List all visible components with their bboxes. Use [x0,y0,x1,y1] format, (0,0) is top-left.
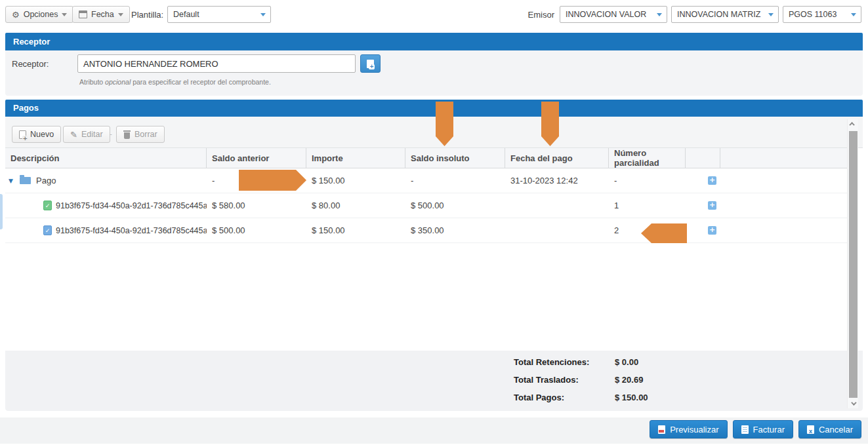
footer-buttons: Previsualizar Facturar Cancelar [650,420,861,438]
row-importe: $ 150.00 [306,225,405,235]
chevron-up-icon [849,122,854,127]
nuevo-label: Nuevo [30,130,54,139]
left-edge-strip [0,194,3,229]
add-detail-button[interactable]: + [708,176,716,185]
fecha-label: Fecha [91,10,114,19]
row-description: Pago [36,176,56,185]
total-traslados-value: $ 20.69 [615,375,643,385]
green-document-icon: ✓ [43,201,52,210]
column-header-importe[interactable]: Importe [306,148,405,168]
blue-document-icon: ✓ [43,225,52,235]
serie-value: PGOS 11063 [789,10,837,19]
fecha-button[interactable]: Fecha [72,6,130,23]
scrollbar-thumb[interactable] [849,131,858,398]
toolbar-separator: - [110,130,112,138]
column-header-fecha-del-pago[interactable]: Fecha del pago [505,148,609,168]
editar-button[interactable]: ✎ Editar [63,126,110,143]
table-row-documento-2[interactable]: ✓ 91b3f675-fd34-450a-92d1-736d785c445a $… [5,218,847,243]
chevron-down-icon [260,13,266,16]
receptor-input[interactable] [77,54,356,73]
total-pagos-row: Total Pagos: $ 150.00 [5,393,863,404]
pencil-icon: ✎ [70,130,77,139]
pagos-grid-toolbar: + Nuevo ✎ Editar - Borrar [5,117,863,148]
cancel-document-icon [807,425,814,434]
row-fecha-del-pago: 31-10-2023 12:42 [505,176,609,185]
column-header-saldo-anterior[interactable]: Saldo anterior [207,148,306,168]
total-traslados-row: Total Traslados: $ 20.69 [5,375,863,386]
total-retenciones-label: Total Retenciones: [514,357,589,367]
previsualizar-label: Previsualizar [670,425,718,435]
borrar-button[interactable]: Borrar [116,126,165,143]
chevron-down-icon [118,13,123,16]
facturar-button[interactable]: Facturar [733,420,793,438]
plantilla-label: Plantilla: [131,10,163,20]
folder-icon [20,177,31,184]
row-saldo-insoluto: $ 350.00 [405,225,505,235]
sucursal-value: INNOVACION MATRIZ [677,10,760,19]
emisor-select[interactable]: INNOVACION VALOR [560,6,667,23]
row-numero-parcialidad: 2 [609,225,686,235]
scroll-up-button[interactable] [848,119,858,128]
total-pagos-value: $ 150.00 [615,393,648,402]
total-traslados-label: Total Traslados: [514,375,579,385]
row-saldo-insoluto: $ 500.00 [405,201,505,210]
pagos-panel-title: Pagos [5,100,863,117]
emisor-value: INNOVACION VALOR [566,10,646,19]
vertical-scrollbar[interactable] [847,119,858,408]
add-detail-button[interactable]: + [708,226,716,235]
row-importe: $ 150.00 [306,176,405,185]
borrar-label: Borrar [134,130,157,139]
calendar-icon [79,10,87,18]
column-header-saldo-insoluto[interactable]: Saldo insoluto [405,148,505,168]
column-header-filler [720,148,847,168]
previsualizar-button[interactable]: Previsualizar [650,420,727,438]
row-description: 91b3f675-fd34-450a-92d1-736d785c445a [56,226,207,235]
sucursal-select[interactable]: INNOVACION MATRIZ [671,6,779,23]
gear-icon: ⚙ [12,10,20,20]
cancelar-button[interactable]: Cancelar [798,420,861,438]
total-retenciones-row: Total Retenciones: $ 0.00 [5,357,863,368]
trash-icon [123,130,131,139]
document-plus-icon: + [19,130,26,139]
opciones-label: Opciones [24,10,58,19]
row-saldo-anterior: $ 500.00 [207,225,306,235]
serie-select[interactable]: PGOS 11063 [783,6,861,23]
facturar-label: Facturar [753,425,785,435]
column-header-actions [686,148,720,168]
receptor-field-label: Receptor: [12,59,49,69]
receptor-hint: Atributo opcional para especificar el re… [79,78,271,86]
total-retenciones-value: $ 0.00 [615,357,638,367]
scroll-down-button[interactable] [848,399,858,408]
total-pagos-label: Total Pagos: [514,393,564,402]
receptor-panel-title: Receptor [5,33,863,50]
chevron-down-icon [657,13,662,16]
plantilla-select[interactable]: Default [167,6,271,23]
table-row-documento-1[interactable]: ✓ 91b3f675-fd34-450a-92d1-736d785c445a $… [5,193,847,218]
table-row-pago[interactable]: ▼ Pago - $ 150.00 - 31-10-2023 12:42 - + [5,168,847,193]
pagos-panel-body: + Nuevo ✎ Editar - Borrar Descripción Sa… [5,117,863,411]
row-importe: $ 80.00 [306,201,405,210]
opciones-button[interactable]: ⚙ Opciones [5,6,73,23]
invoice-document-icon [741,425,749,434]
chevron-down-icon [851,400,856,405]
row-saldo-insoluto: - [405,176,505,185]
chevron-down-icon [851,13,856,16]
row-description: 91b3f675-fd34-450a-92d1-736d785c445a [56,201,207,210]
emisor-label: Emisor [518,10,554,20]
chevron-down-icon [62,13,67,16]
row-numero-parcialidad: 1 [609,201,686,210]
pagos-panel: Pagos + Nuevo ✎ Editar - Borrar Descripc… [5,100,863,411]
row-saldo-anterior: $ 580.00 [207,201,306,210]
pagos-totals-footer: Total Retenciones: $ 0.00 Total Traslado… [5,351,863,411]
add-detail-button[interactable]: + [708,201,716,210]
column-header-descripcion[interactable]: Descripción [5,148,207,168]
expand-collapse-icon[interactable]: ▼ [9,178,13,184]
editar-label: Editar [81,130,103,139]
cancelar-label: Cancelar [819,425,853,435]
pagos-table-body: ▼ Pago - $ 150.00 - 31-10-2023 12:42 - + [5,168,847,243]
select-receptor-button[interactable]: + [360,54,381,73]
nuevo-button[interactable]: + Nuevo [12,126,61,143]
row-saldo-anterior: - [207,176,306,185]
column-header-numero-parcialidad[interactable]: Número parcialidad [609,148,686,168]
document-plus-icon: + [367,60,374,68]
